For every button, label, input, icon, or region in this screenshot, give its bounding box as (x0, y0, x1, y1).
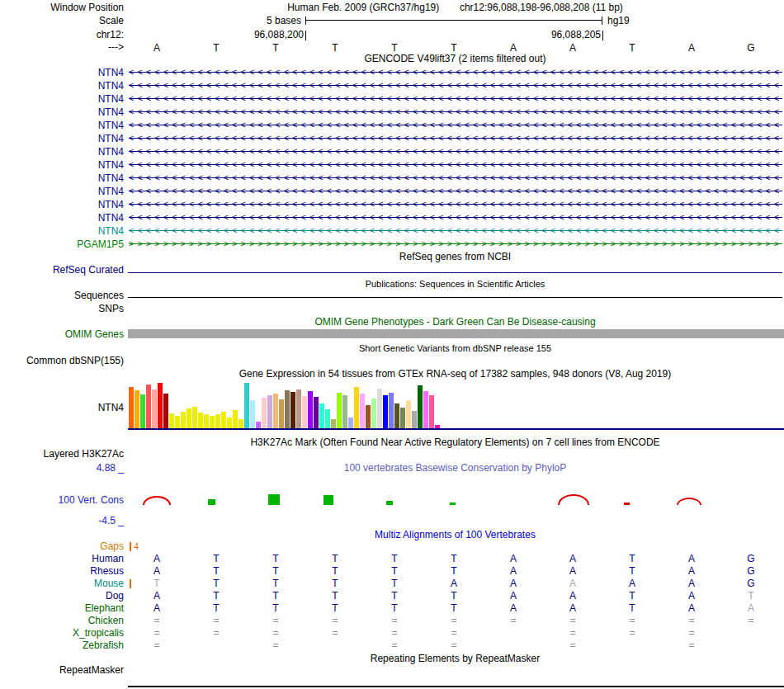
gtex-bar-19[interactable] (239, 419, 243, 428)
sequences-track-label[interactable]: Sequences (0, 290, 124, 302)
gene-row-NTN4[interactable]: NTN4<<<<<<<<<<<<<<<<<<<<<<<<<<<<<<<<<<<<… (0, 106, 784, 119)
gene-model-line[interactable]: <<<<<<<<<<<<<<<<<<<<<<<<<<<<<<<<<<<<<<<<… (129, 79, 782, 92)
gene-row-NTN4[interactable]: NTN4<<<<<<<<<<<<<<<<<<<<<<<<<<<<<<<<<<<<… (0, 158, 784, 172)
align-species-label[interactable]: X_tropicalis (0, 627, 124, 639)
gtex-bar-2[interactable] (140, 394, 145, 428)
gene-row-NTN4[interactable]: NTN4<<<<<<<<<<<<<<<<<<<<<<<<<<<<<<<<<<<<… (0, 79, 784, 92)
gtex-bar-12[interactable] (198, 413, 203, 428)
gtex-bar-7[interactable] (169, 413, 174, 428)
gene-row-NTN4[interactable]: NTN4<<<<<<<<<<<<<<<<<<<<<<<<<<<<<<<<<<<<… (0, 211, 784, 224)
align-species-label[interactable]: Elephant (0, 602, 124, 615)
gtex-bar-33[interactable] (319, 403, 324, 428)
align-species-label[interactable]: Dog (0, 590, 124, 602)
gene-model-line[interactable]: <<<<<<<<<<<<<<<<<<<<<<<<<<<<<<<<<<<<<<<<… (129, 66, 782, 79)
gene-label[interactable]: NTN4 (0, 79, 124, 92)
align-species-label[interactable]: Zebrafish (0, 639, 124, 652)
gtex-bar-14[interactable] (210, 416, 215, 428)
gtex-gene-label[interactable]: NTN4 (0, 402, 124, 414)
omim-track-label[interactable]: OMIM Genes (0, 328, 124, 341)
gtex-bar-21[interactable] (250, 400, 255, 428)
gtex-bar-32[interactable] (314, 397, 319, 428)
gtex-bar-30[interactable] (302, 396, 307, 428)
gtex-bar-29[interactable] (296, 389, 301, 428)
align-row-X_tropicalis[interactable]: X_tropicalis========= (0, 627, 784, 639)
gene-row-NTN4[interactable]: NTN4<<<<<<<<<<<<<<<<<<<<<<<<<<<<<<<<<<<<… (0, 66, 784, 79)
dbsnp-track-label[interactable]: Common dbSNP(155) (0, 355, 124, 367)
gtex-bar-24[interactable] (267, 395, 272, 428)
gtex-bar-46[interactable] (394, 403, 399, 428)
align-row-Mouse[interactable]: MouseTTTTTAAAAAG (0, 578, 784, 590)
gene-row-NTN4[interactable]: NTN4<<<<<<<<<<<<<<<<<<<<<<<<<<<<<<<<<<<<… (0, 185, 784, 198)
gene-label[interactable]: NTN4 (0, 211, 124, 224)
gtex-bar-49[interactable] (412, 411, 417, 428)
align-row-Human[interactable]: HumanATTTTTAATAG (0, 553, 784, 565)
gtex-bar-5[interactable] (158, 383, 163, 428)
gtex-bar-11[interactable] (192, 407, 197, 428)
gtex-bar-31[interactable] (308, 391, 313, 428)
gtex-bar-23[interactable] (262, 398, 267, 428)
gene-model-line[interactable]: <<<<<<<<<<<<<<<<<<<<<<<<<<<<<<<<<<<<<<<<… (129, 158, 782, 172)
gtex-bar-38[interactable] (348, 418, 353, 428)
gtex-bar-1[interactable] (135, 390, 139, 428)
gtex-bar-40[interactable] (360, 394, 365, 428)
align-row-Zebrafish[interactable]: Zebrafish====== (0, 639, 784, 652)
gene-model-line[interactable]: <<<<<<<<<<<<<<<<<<<<<<<<<<<<<<<<<<<<<<<<… (129, 172, 782, 185)
align-species-label[interactable]: Human (0, 553, 124, 565)
gene-model-line[interactable]: >>>>>>>>>>>>>>>>>>>>>>>>>>>>>>>>>>>>>>>>… (129, 238, 782, 251)
align-species-label[interactable]: Mouse (0, 578, 124, 590)
gtex-expression-plot[interactable] (129, 382, 442, 428)
align-row-Chicken[interactable]: Chicken=========== (0, 615, 784, 627)
align-row-Dog[interactable]: DogATTTTTAATAT (0, 590, 784, 602)
gtex-bar-9[interactable] (181, 412, 186, 428)
gtex-bar-26[interactable] (279, 399, 284, 428)
gene-row-NTN4[interactable]: NTN4<<<<<<<<<<<<<<<<<<<<<<<<<<<<<<<<<<<<… (0, 132, 784, 145)
gtex-bar-35[interactable] (331, 419, 336, 428)
h3k27ac-track-label[interactable]: Layered H3K27Ac (0, 448, 124, 460)
gene-label[interactable]: NTN4 (0, 158, 124, 172)
gtex-bar-37[interactable] (342, 395, 347, 428)
gene-model-line[interactable]: <<<<<<<<<<<<<<<<<<<<<<<<<<<<<<<<<<<<<<<<… (129, 211, 782, 224)
gtex-bar-47[interactable] (400, 408, 405, 428)
gtex-bar-18[interactable] (233, 410, 238, 428)
gtex-bar-48[interactable] (406, 400, 411, 428)
gtex-bar-39[interactable] (354, 387, 359, 428)
gene-label[interactable]: NTN4 (0, 92, 124, 106)
gtex-bar-34[interactable] (325, 409, 330, 428)
gtex-bar-28[interactable] (290, 392, 295, 428)
gene-row-NTN4[interactable]: NTN4<<<<<<<<<<<<<<<<<<<<<<<<<<<<<<<<<<<<… (0, 224, 784, 238)
align-row-Elephant[interactable]: ElephantATTTTTAATAA (0, 602, 784, 615)
gtex-bar-13[interactable] (204, 414, 209, 428)
gene-label[interactable]: NTN4 (0, 198, 124, 211)
gtex-bar-42[interactable] (371, 399, 376, 428)
gtex-bar-52[interactable] (429, 395, 434, 428)
gene-row-NTN4[interactable]: NTN4<<<<<<<<<<<<<<<<<<<<<<<<<<<<<<<<<<<<… (0, 172, 784, 185)
gtex-bar-41[interactable] (366, 405, 371, 428)
align-species-label[interactable]: Gaps (0, 540, 124, 553)
gene-label[interactable]: NTN4 (0, 224, 124, 238)
omim-gene-bar[interactable] (128, 329, 784, 338)
align-species-label[interactable]: Rhesus (0, 565, 124, 578)
gtex-bar-25[interactable] (273, 394, 278, 428)
gene-row-NTN4[interactable]: NTN4<<<<<<<<<<<<<<<<<<<<<<<<<<<<<<<<<<<<… (0, 198, 784, 211)
gtex-bar-22[interactable] (256, 422, 261, 428)
repeatmasker-track-line[interactable] (128, 686, 784, 687)
gene-label[interactable]: NTN4 (0, 66, 124, 79)
refseq-track-label[interactable]: RefSeq Curated (0, 264, 124, 276)
refseq-track-line[interactable] (128, 272, 782, 273)
gtex-bar-51[interactable] (423, 391, 428, 428)
gene-row-PGAM1P5[interactable]: PGAM1P5>>>>>>>>>>>>>>>>>>>>>>>>>>>>>>>>>… (0, 238, 784, 251)
gtex-bar-4[interactable] (152, 389, 157, 428)
gtex-bar-20[interactable] (244, 383, 249, 428)
gtex-bar-27[interactable] (285, 390, 290, 428)
gtex-bar-45[interactable] (389, 393, 394, 428)
align-row-Rhesus[interactable]: RhesusATTTTTAATAG (0, 565, 784, 578)
gene-model-line[interactable]: <<<<<<<<<<<<<<<<<<<<<<<<<<<<<<<<<<<<<<<<… (129, 92, 782, 106)
gtex-bar-17[interactable] (227, 418, 232, 428)
gtex-bar-0[interactable] (129, 387, 134, 428)
phylop-wiggle[interactable] (128, 477, 782, 505)
gene-row-NTN4[interactable]: NTN4<<<<<<<<<<<<<<<<<<<<<<<<<<<<<<<<<<<<… (0, 92, 784, 106)
gene-model-line[interactable]: <<<<<<<<<<<<<<<<<<<<<<<<<<<<<<<<<<<<<<<<… (129, 132, 782, 145)
gene-model-line[interactable]: <<<<<<<<<<<<<<<<<<<<<<<<<<<<<<<<<<<<<<<<… (129, 224, 782, 238)
gene-row-NTN4[interactable]: NTN4<<<<<<<<<<<<<<<<<<<<<<<<<<<<<<<<<<<<… (0, 119, 784, 132)
phylop-track-label[interactable]: 100 Vert. Cons (0, 494, 124, 507)
